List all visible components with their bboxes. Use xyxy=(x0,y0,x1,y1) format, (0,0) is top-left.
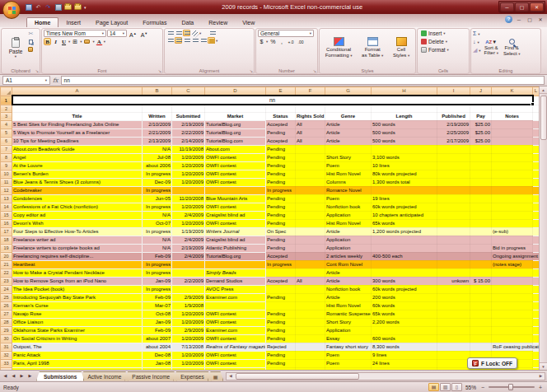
cell[interactable]: 9 lines xyxy=(372,351,437,359)
cell[interactable] xyxy=(437,145,470,153)
align-top-button[interactable] xyxy=(166,30,174,36)
cell[interactable]: Pending xyxy=(266,367,296,370)
cell[interactable] xyxy=(437,285,470,293)
column-title-cell[interactable]: Length xyxy=(372,112,437,120)
cell[interactable]: Romance Novel xyxy=(325,186,372,194)
cell[interactable] xyxy=(296,293,325,301)
cell[interactable]: 80k words projected xyxy=(372,170,437,178)
cell[interactable] xyxy=(437,178,470,186)
cell[interactable]: Pending xyxy=(266,219,296,227)
cell[interactable]: How to Make a Crystal Pendant Necklace xyxy=(12,268,143,277)
cell[interactable] xyxy=(470,227,492,236)
copy-icon[interactable] xyxy=(26,38,35,45)
row-header-12[interactable]: 12 xyxy=(1,186,12,194)
cell[interactable] xyxy=(296,219,325,227)
cell[interactable] xyxy=(325,145,372,153)
cell[interactable] xyxy=(143,105,172,112)
cell[interactable] xyxy=(437,153,470,161)
cell[interactable]: Panic Attack xyxy=(12,351,143,359)
cell[interactable]: Fantasy short story xyxy=(325,343,372,351)
column-title-cell[interactable]: Submitted xyxy=(172,112,205,120)
row-header-24[interactable]: 24 xyxy=(1,285,12,293)
cell[interactable]: Pending xyxy=(266,161,296,170)
zoom-level[interactable]: 55% xyxy=(465,385,476,390)
cell[interactable] xyxy=(266,105,296,112)
cell[interactable]: Accepted xyxy=(266,137,296,145)
cell[interactable]: Pending xyxy=(266,310,296,318)
cell[interactable] xyxy=(296,236,325,244)
cell[interactable]: Pending xyxy=(266,351,296,359)
cell[interactable] xyxy=(470,260,492,268)
cell[interactable] xyxy=(470,343,492,351)
cell[interactable]: OWFI contest xyxy=(205,367,266,370)
cell[interactable]: All xyxy=(296,277,325,285)
cell[interactable] xyxy=(492,277,533,285)
cell[interactable]: $25.00 xyxy=(470,120,492,128)
cell[interactable]: OWFI contest xyxy=(205,334,266,343)
cell[interactable]: Craigslist blind ad xyxy=(205,211,266,219)
cell[interactable] xyxy=(437,105,470,112)
sheet-tab-passive-income[interactable]: Passive Income xyxy=(124,371,177,381)
increase-indent-button[interactable] xyxy=(199,37,207,44)
cell[interactable]: Pending xyxy=(266,318,296,326)
cell[interactable] xyxy=(437,326,470,334)
cell[interactable]: Poem xyxy=(325,367,372,370)
cell[interactable]: Poem xyxy=(325,359,372,367)
cell[interactable]: OWFI contest xyxy=(205,318,266,326)
cell[interactable]: 2/19/2009 xyxy=(172,120,205,128)
cell[interactable]: 2/9/2009 xyxy=(172,293,205,301)
cell[interactable]: Pending xyxy=(266,293,296,301)
increase-decimal-button[interactable]: +.0 xyxy=(287,38,296,45)
cell[interactable] xyxy=(492,128,533,137)
cell[interactable]: Confessions of a Fat Chick (nonfiction) xyxy=(12,203,143,211)
cell[interactable]: Pending xyxy=(266,153,296,161)
cell[interactable]: Craigslist blind ad xyxy=(205,236,266,244)
borders-button[interactable]: ⊞ xyxy=(71,38,79,45)
cell[interactable]: 1/20/2009 xyxy=(172,178,205,186)
cell[interactable]: Simply Beads xyxy=(205,268,266,277)
cell[interactable] xyxy=(437,351,470,359)
cell[interactable]: In progress xyxy=(143,285,172,293)
cell[interactable]: 1/9/2008 xyxy=(172,301,205,310)
align-middle-button[interactable] xyxy=(175,30,182,36)
cell[interactable]: 2/19/2009 xyxy=(172,244,205,252)
cell[interactable] xyxy=(296,343,325,351)
cell[interactable]: Pending xyxy=(266,170,296,178)
cell[interactable] xyxy=(296,186,325,194)
cell[interactable] xyxy=(437,227,470,236)
column-title-cell[interactable]: Title xyxy=(12,112,143,120)
column-header-A[interactable]: A xyxy=(12,87,143,96)
cell[interactable] xyxy=(172,260,205,268)
cell[interactable]: 1,300 words total xyxy=(372,178,437,186)
cell[interactable]: 11/20/2008 xyxy=(172,194,205,203)
cell[interactable] xyxy=(296,318,325,326)
cell[interactable] xyxy=(470,244,492,252)
cell[interactable]: Pending xyxy=(266,145,296,153)
cell[interactable]: Jul-08 xyxy=(143,153,172,161)
cell[interactable]: OWFI contest xyxy=(205,161,266,170)
row-header-17[interactable]: 17 xyxy=(1,227,12,236)
tab-review[interactable]: Review xyxy=(201,18,235,27)
cell[interactable]: 1/20/2009 xyxy=(172,219,205,227)
font-name-select[interactable]: Times New Rom▾ xyxy=(44,30,106,37)
fill-color-button[interactable] xyxy=(82,38,91,45)
cell[interactable]: Blue Mountain Arts xyxy=(205,194,266,203)
cell[interactable]: Jun-05 xyxy=(143,194,172,203)
tool-icon[interactable] xyxy=(55,4,62,11)
cell[interactable] xyxy=(296,194,325,203)
cell[interactable]: TutorialBlog.org xyxy=(205,128,266,137)
cell[interactable]: Poem xyxy=(325,194,372,203)
insert-worksheet-tab[interactable]: ▦ xyxy=(208,371,224,381)
cell[interactable] xyxy=(296,161,325,170)
cell[interactable]: At the Louvre xyxy=(12,161,143,170)
redo-icon[interactable]: ↷ xyxy=(44,3,52,11)
cell[interactable]: Poem xyxy=(325,161,372,170)
cell[interactable]: Article xyxy=(325,277,372,285)
cell[interactable]: Introducing Sequoyah Bay State Park xyxy=(12,293,143,301)
number-format-select[interactable]: General▾ xyxy=(258,30,314,37)
row-header-21[interactable]: 21 xyxy=(1,260,12,268)
cell[interactable] xyxy=(296,310,325,318)
cell[interactable] xyxy=(470,105,492,112)
cell[interactable]: Application xyxy=(325,236,372,244)
cell[interactable] xyxy=(492,153,533,161)
